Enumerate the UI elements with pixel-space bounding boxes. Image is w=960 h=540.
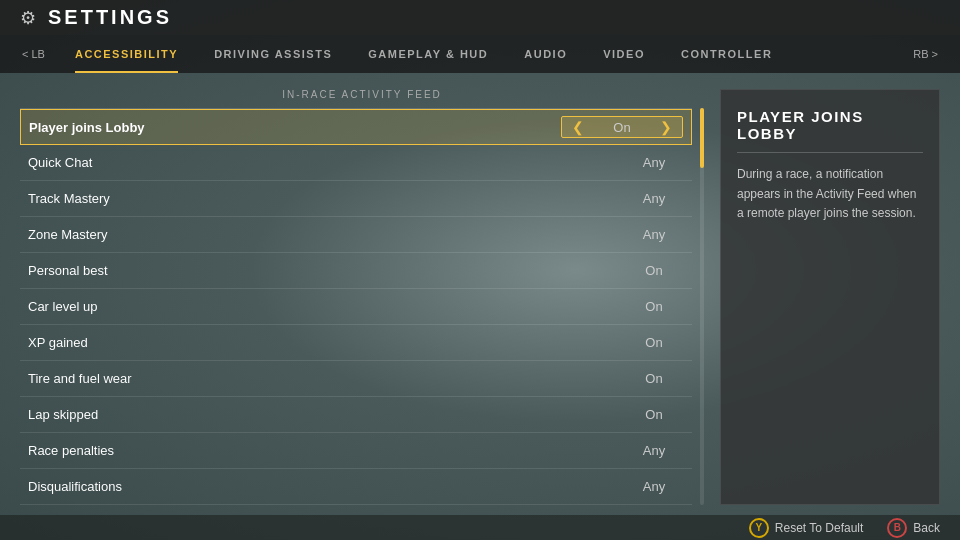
setting-name-disqualifications: Disqualifications xyxy=(28,479,624,494)
setting-row-player-joins-lobby[interactable]: Player joins Lobby❮On❯ xyxy=(20,109,692,145)
setting-value-personal-best: On xyxy=(624,263,684,278)
scrollbar-thumb[interactable] xyxy=(700,108,704,168)
setting-value-wrapper-player-joins-lobby[interactable]: ❮On❯ xyxy=(561,116,683,138)
nav-tab-audio[interactable]: AUDIO xyxy=(506,35,585,73)
setting-name-race-penalties: Race penalties xyxy=(28,443,624,458)
setting-row-xp-gained[interactable]: XP gainedOn xyxy=(20,325,692,361)
info-panel-description: During a race, a notification appears in… xyxy=(737,165,923,223)
gear-icon: ⚙ xyxy=(20,7,36,29)
setting-row-personal-best[interactable]: Personal bestOn xyxy=(20,253,692,289)
scrollbar-track[interactable] xyxy=(700,108,704,505)
setting-name-tire-fuel-wear: Tire and fuel wear xyxy=(28,371,624,386)
nav-tab-driving-assists[interactable]: DRIVING ASSISTS xyxy=(196,35,350,73)
footer: Y Reset To Default B Back xyxy=(0,515,960,540)
setting-row-lap-skipped[interactable]: Lap skippedOn xyxy=(20,397,692,433)
header: ⚙ SETTINGS xyxy=(0,0,960,35)
setting-row-disqualifications[interactable]: DisqualificationsAny xyxy=(20,469,692,505)
setting-row-car-level-up[interactable]: Car level upOn xyxy=(20,289,692,325)
setting-value-quick-chat: Any xyxy=(624,155,684,170)
setting-name-xp-gained: XP gained xyxy=(28,335,624,350)
info-panel-title: PLAYER JOINS LOBBY xyxy=(737,108,923,153)
setting-value-car-level-up: On xyxy=(624,299,684,314)
right-arrow-icon[interactable]: ❯ xyxy=(660,119,672,135)
setting-name-zone-mastery: Zone Mastery xyxy=(28,227,624,242)
nav-tab-controller[interactable]: CONTROLLER xyxy=(663,35,790,73)
setting-name-quick-chat: Quick Chat xyxy=(28,155,624,170)
section-label: IN-RACE ACTIVITY FEED xyxy=(20,89,704,100)
info-panel: PLAYER JOINS LOBBY During a race, a noti… xyxy=(720,89,940,505)
nav-tab-gameplay-hud[interactable]: GAMEPLAY & HUD xyxy=(350,35,506,73)
back-button[interactable]: B Back xyxy=(887,518,940,538)
nav-tab-accessibility[interactable]: ACCESSIBILITY xyxy=(57,35,196,73)
setting-value-race-penalties: Any xyxy=(624,443,684,458)
nav-rb-button[interactable]: RB > xyxy=(901,48,950,60)
setting-name-player-joins-lobby: Player joins Lobby xyxy=(29,120,561,135)
setting-row-track-mastery[interactable]: Track MasteryAny xyxy=(20,181,692,217)
setting-row-quick-chat[interactable]: Quick ChatAny xyxy=(20,145,692,181)
setting-value-lap-skipped: On xyxy=(624,407,684,422)
nav-lb-button[interactable]: < LB xyxy=(10,48,57,60)
setting-name-personal-best: Personal best xyxy=(28,263,624,278)
setting-name-track-mastery: Track Mastery xyxy=(28,191,624,206)
setting-row-tire-fuel-wear[interactable]: Tire and fuel wearOn xyxy=(20,361,692,397)
setting-value-disqualifications: Any xyxy=(624,479,684,494)
setting-value-track-mastery: Any xyxy=(624,191,684,206)
nav-tab-video[interactable]: VIDEO xyxy=(585,35,663,73)
reset-button[interactable]: Y Reset To Default xyxy=(749,518,864,538)
b-button-icon: B xyxy=(887,518,907,538)
y-button-icon: Y xyxy=(749,518,769,538)
setting-value-zone-mastery: Any xyxy=(624,227,684,242)
setting-value-xp-gained: On xyxy=(624,335,684,350)
setting-row-race-penalties[interactable]: Race penaltiesAny xyxy=(20,433,692,469)
reset-label: Reset To Default xyxy=(775,521,864,535)
left-arrow-icon[interactable]: ❮ xyxy=(572,119,584,135)
setting-name-lap-skipped: Lap skipped xyxy=(28,407,624,422)
back-label: Back xyxy=(913,521,940,535)
setting-name-car-level-up: Car level up xyxy=(28,299,624,314)
page-title: SETTINGS xyxy=(48,6,172,29)
setting-value-player-joins-lobby: On xyxy=(592,120,652,135)
main-content: IN-RACE ACTIVITY FEED Player joins Lobby… xyxy=(0,73,960,515)
nav-bar: < LB ACCESSIBILITYDRIVING ASSISTSGAMEPLA… xyxy=(0,35,960,73)
setting-value-tire-fuel-wear: On xyxy=(624,371,684,386)
left-panel: IN-RACE ACTIVITY FEED Player joins Lobby… xyxy=(20,89,704,505)
setting-row-zone-mastery[interactable]: Zone MasteryAny xyxy=(20,217,692,253)
